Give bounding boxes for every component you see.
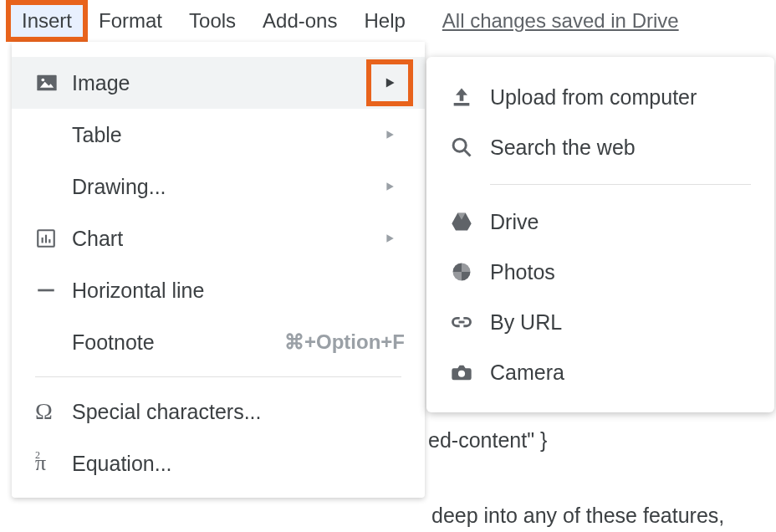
menu-addons[interactable]: Add-ons [249,4,350,38]
dropdown-label: Table [72,123,375,147]
menubar: Insert Format Tools Add-ons Help All cha… [0,0,776,42]
dropdown-item-footnote[interactable]: Footnote ⌘+Option+F [12,316,425,368]
submenu-item-drive[interactable]: Drive [426,197,774,247]
svg-point-2 [41,79,44,82]
submenu-label: Search the web [490,136,636,160]
pi-icon: π2 [35,451,72,476]
svg-rect-0 [37,75,56,91]
menu-tools[interactable]: Tools [176,4,249,38]
insert-dropdown: Image Table Drawing... Chart Horizontal … [12,42,425,498]
svg-line-14 [465,151,471,156]
document-text-fragment: ed-content" } [428,428,547,453]
submenu-item-by-url[interactable]: By URL [426,297,774,347]
svg-point-13 [453,139,466,151]
dropdown-item-drawing[interactable]: Drawing... [12,161,425,212]
dropdown-item-chart[interactable]: Chart [12,212,425,264]
svg-marker-4 [386,130,393,139]
upload-icon [450,85,490,109]
chart-icon [35,228,72,249]
link-icon [450,310,490,334]
svg-point-17 [458,371,465,377]
menu-label: Insert [22,9,72,32]
svg-rect-12 [454,103,470,106]
submenu-arrow-icon [375,68,405,98]
dropdown-label: Equation... [72,452,405,476]
submenu-label: Camera [490,361,564,385]
dropdown-item-table[interactable]: Table [12,109,425,161]
menu-label: Tools [189,9,236,32]
submenu-separator [490,184,751,185]
svg-marker-5 [386,182,393,191]
dropdown-item-equation[interactable]: π2 Equation... [12,437,425,489]
dropdown-shortcut: ⌘+Option+F [284,330,405,354]
submenu-label: Drive [490,210,539,234]
photos-icon [450,260,490,284]
svg-marker-10 [386,234,393,243]
submenu-arrow-icon [375,171,405,202]
menu-insert[interactable]: Insert [8,3,85,39]
dropdown-label: Chart [72,227,375,251]
drive-icon [450,210,490,233]
svg-marker-3 [386,78,395,87]
dropdown-label: Footnote [72,330,284,355]
dropdown-label: Special characters... [72,400,405,424]
dropdown-label: Horizontal line [72,279,405,303]
menu-label: Add-ons [263,9,337,32]
camera-icon [450,361,490,384]
submenu-label: Photos [490,260,555,284]
menu-label: Format [99,9,162,32]
omega-icon: Ω [35,398,72,425]
dropdown-item-special-characters[interactable]: Ω Special characters... [12,386,425,437]
submenu-arrow-icon [375,223,405,253]
submenu-item-photos[interactable]: Photos [426,247,774,297]
dropdown-label: Image [72,71,375,95]
search-icon [450,136,490,159]
image-submenu: Upload from computer Search the web Driv… [426,57,774,412]
document-text-fragment: deep into any of these features, [431,504,724,528]
submenu-label: Upload from computer [490,85,697,110]
submenu-item-camera[interactable]: Camera [426,347,774,397]
submenu-item-upload[interactable]: Upload from computer [426,72,774,122]
dropdown-separator [35,376,401,377]
menu-label: Help [364,9,405,32]
dropdown-label: Drawing... [72,175,375,199]
save-status[interactable]: All changes saved in Drive [442,9,679,33]
dropdown-item-image[interactable]: Image [12,57,425,109]
submenu-item-search-web[interactable]: Search the web [426,122,774,172]
line-icon [35,279,72,301]
dropdown-item-horizontal-line[interactable]: Horizontal line [12,264,425,316]
submenu-label: By URL [490,310,562,335]
menu-format[interactable]: Format [85,4,176,38]
image-icon [35,71,72,95]
submenu-arrow-icon [375,120,405,150]
menu-help[interactable]: Help [350,4,418,38]
